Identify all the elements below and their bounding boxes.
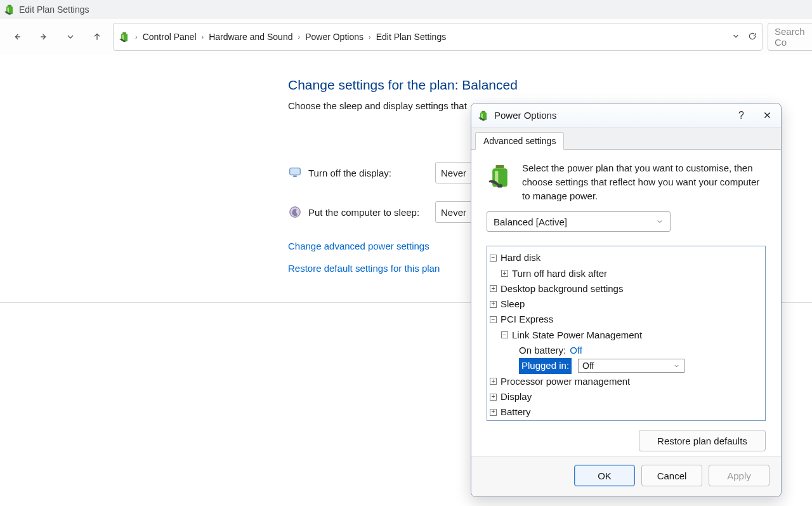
tree-item-processor[interactable]: Processor power management <box>490 374 763 389</box>
expand-icon[interactable] <box>490 378 497 385</box>
svg-rect-4 <box>290 168 301 175</box>
cancel-button[interactable]: Cancel <box>641 465 702 486</box>
plugged-in-select[interactable]: Off <box>578 359 684 373</box>
dialog-body: Select the power plan that you want to c… <box>471 150 781 456</box>
search-placeholder: Search Co <box>775 26 806 48</box>
arrow-up-icon <box>92 32 102 42</box>
tree-item-link-state[interactable]: Link State Power Management <box>490 328 763 343</box>
tree-label: PCI Express <box>501 312 553 327</box>
help-button[interactable]: ? <box>738 110 744 121</box>
setting-label: Put the computer to sleep: <box>308 207 435 218</box>
expand-icon[interactable] <box>490 285 497 292</box>
tree-value[interactable]: Off <box>570 343 582 358</box>
tree-item-sleep[interactable]: Sleep <box>490 296 763 312</box>
dialog-tabstrip: Advanced settings <box>471 128 781 150</box>
select-value: Never <box>441 207 466 218</box>
tree-label: Battery <box>501 404 531 420</box>
breadcrumb-item[interactable]: Power Options <box>305 32 363 42</box>
dialog-titlebar[interactable]: Power Options ? <box>471 103 781 128</box>
battery-icon <box>478 110 489 121</box>
tree-item-pci-express[interactable]: PCI Express <box>490 312 763 327</box>
tree-label: Hard disk <box>501 250 540 265</box>
chevron-right-icon: › <box>369 33 371 41</box>
tree-item-hard-disk[interactable]: Hard disk <box>490 250 763 265</box>
tree-item-display[interactable]: Display <box>490 389 763 404</box>
apply-button[interactable]: Apply <box>709 465 769 486</box>
battery-icon <box>4 4 15 15</box>
chevron-down-icon <box>65 32 75 42</box>
tree-item-on-battery[interactable]: On battery: Off <box>490 343 763 358</box>
select-value: Never <box>441 168 466 178</box>
expand-icon[interactable] <box>490 394 497 401</box>
recent-locations-button[interactable] <box>60 26 81 48</box>
tree-label: Desktop background settings <box>501 281 623 296</box>
power-options-dialog: Power Options ? Advanced settings Select… <box>471 103 782 497</box>
chevron-right-icon: › <box>135 33 138 41</box>
close-button[interactable] <box>758 107 776 124</box>
select-value: Balanced [Active] <box>494 216 567 227</box>
settings-tree[interactable]: Hard disk Turn off hard disk after Deskt… <box>487 246 766 421</box>
tree-item-desktop-background[interactable]: Desktop background settings <box>490 281 763 296</box>
collapse-icon[interactable] <box>501 331 508 338</box>
tree-label: Display <box>501 389 532 404</box>
tree-item-turn-off-hard-disk[interactable]: Turn off hard disk after <box>490 266 763 281</box>
expand-icon[interactable] <box>490 409 497 416</box>
dialog-intro: Select the power plan that you want to c… <box>487 161 766 203</box>
tree-label: Link State Power Management <box>512 328 642 343</box>
restore-plan-defaults-button[interactable]: Restore plan defaults <box>639 430 766 451</box>
breadcrumb-item[interactable]: Edit Plan Settings <box>376 32 447 42</box>
window-title: Edit Plan Settings <box>19 4 89 15</box>
toolbar: › Control Panel › Hardware and Sound › P… <box>0 19 812 55</box>
breadcrumb-item[interactable]: Hardware and Sound <box>209 32 292 42</box>
battery-icon <box>487 163 513 189</box>
power-plan-select[interactable]: Balanced [Active] <box>487 211 671 232</box>
chevron-right-icon: › <box>298 33 300 41</box>
address-dropdown-button[interactable] <box>731 32 740 43</box>
tree-item-plugged-in[interactable]: Plugged in: Off <box>490 358 763 373</box>
battery-icon <box>119 31 130 43</box>
page-title: Change settings for the plan: Balanced <box>288 77 812 93</box>
tree-label: Sleep <box>501 296 525 312</box>
tree-label: On battery: <box>519 343 566 358</box>
search-input[interactable]: Search Co <box>768 23 812 51</box>
ok-button[interactable]: OK <box>574 465 635 486</box>
window-titlebar: Edit Plan Settings <box>0 0 812 19</box>
expand-icon[interactable] <box>501 270 508 277</box>
dialog-intro-text: Select the power plan that you want to c… <box>522 161 766 203</box>
chevron-down-icon <box>656 218 664 225</box>
tree-label: Turn off hard disk after <box>512 266 607 281</box>
tree-label: Processor power management <box>501 374 630 389</box>
refresh-icon <box>748 32 757 41</box>
select-value: Off <box>582 359 594 373</box>
arrow-left-icon <box>12 32 22 42</box>
close-icon <box>763 111 771 119</box>
up-button[interactable] <box>86 26 108 48</box>
refresh-button[interactable] <box>748 32 757 43</box>
moon-icon <box>288 205 302 219</box>
chevron-down-icon <box>673 363 680 370</box>
collapse-icon[interactable] <box>490 255 497 262</box>
monitor-icon <box>288 166 302 180</box>
expand-icon[interactable] <box>490 301 497 308</box>
tab-advanced-settings[interactable]: Advanced settings <box>475 132 564 150</box>
breadcrumb-item[interactable]: Control Panel <box>143 32 197 42</box>
dialog-title: Power Options <box>494 110 556 121</box>
dialog-footer: OK Cancel Apply <box>471 456 781 496</box>
chevron-right-icon: › <box>202 33 204 41</box>
tree-item-battery[interactable]: Battery <box>490 404 763 420</box>
tree-label-selected: Plugged in: <box>519 358 572 373</box>
collapse-icon[interactable] <box>490 316 497 323</box>
setting-label: Turn off the display: <box>308 168 435 178</box>
arrow-right-icon <box>39 32 49 42</box>
forward-button[interactable] <box>33 26 55 48</box>
back-button[interactable] <box>6 26 28 48</box>
svg-rect-5 <box>293 176 297 177</box>
address-bar[interactable]: › Control Panel › Hardware and Sound › P… <box>113 23 763 51</box>
chevron-down-icon <box>731 32 740 41</box>
